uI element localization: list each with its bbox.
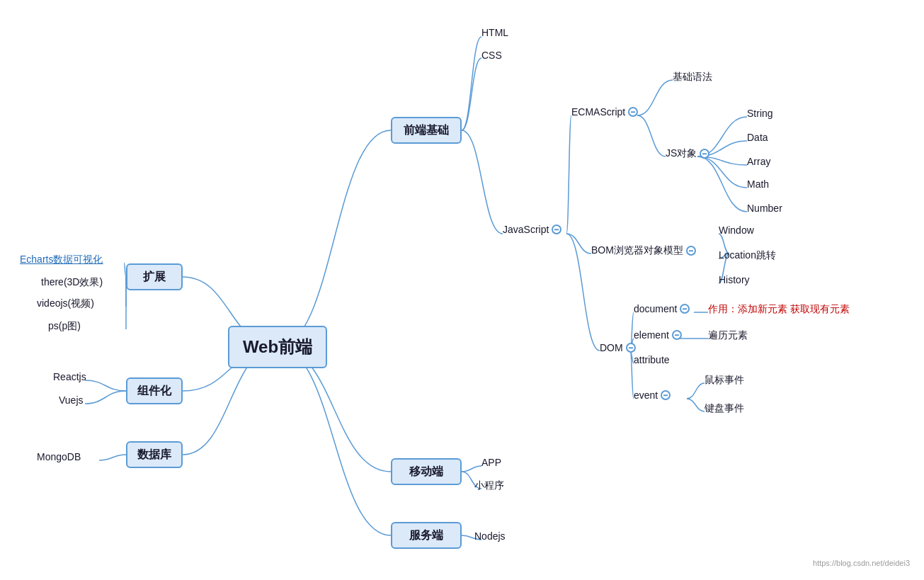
label-JSduixiang: JS对象: [666, 147, 709, 160]
branch-label: 数据库: [137, 448, 171, 462]
doc-collapse-btn[interactable]: [680, 304, 690, 314]
label-document: document: [634, 303, 690, 314]
label-attribute: attribute: [634, 354, 670, 365]
label-echarts: Echarts数据可视化: [20, 254, 103, 266]
js-collapse-btn[interactable]: [552, 224, 561, 234]
label-css: CSS: [481, 50, 502, 61]
label-BOM: BOM浏览器对象模型: [591, 244, 696, 257]
center-label: Web前端: [243, 336, 312, 358]
label-History: History: [719, 274, 750, 285]
branch-yidong: 移动端: [391, 458, 462, 485]
label-ecmascript: ECMAScript: [571, 106, 638, 118]
label-there: there(3D效果): [41, 276, 103, 289]
jsobj-collapse-btn[interactable]: [700, 149, 709, 159]
dom-collapse-btn[interactable]: [626, 343, 636, 353]
branch-label: 组件化: [137, 384, 171, 399]
label-Window: Window: [719, 224, 754, 236]
label-nodejs: Nodejs: [474, 530, 506, 542]
branch-qianduan: 前端基础: [391, 117, 462, 144]
center-node: Web前端: [228, 326, 327, 368]
label-videojs: videojs(视频): [37, 297, 94, 310]
label-String: String: [747, 108, 773, 119]
event-collapse-btn[interactable]: [661, 390, 671, 400]
branch-label: 扩展: [143, 270, 166, 285]
branch-label: 前端基础: [404, 123, 449, 138]
label-Number: Number: [747, 203, 782, 214]
label-Location: Location跳转: [719, 249, 776, 262]
label-ps: ps(p图): [48, 320, 81, 333]
label-keyEvent: 键盘事件: [705, 402, 744, 415]
branch-label: 服务端: [409, 528, 443, 543]
label-Data: Data: [747, 132, 768, 143]
label-app: APP: [481, 457, 501, 468]
label-Math: Math: [747, 178, 769, 190]
label-DOM: DOM: [600, 342, 636, 353]
label-xiaochengxu: 小程序: [474, 479, 504, 492]
branch-kuozhan: 扩展: [126, 263, 183, 290]
label-Array: Array: [747, 156, 770, 167]
label-docAction: 作用：添加新元素 获取现有元素: [708, 303, 850, 316]
label-event: event: [634, 389, 671, 401]
label-javascript: JavaScript: [503, 224, 561, 235]
footer-url: https://blog.csdn.net/deidei3: [813, 559, 910, 567]
branch-label: 移动端: [409, 465, 443, 479]
ecma-collapse-btn[interactable]: [628, 107, 638, 117]
branch-zujian: 组件化: [126, 377, 183, 404]
bom-collapse-btn[interactable]: [686, 246, 696, 256]
label-reactjs: Reactjs: [53, 371, 86, 382]
label-mongodb: MongoDB: [37, 451, 81, 462]
elem-collapse-btn[interactable]: [672, 330, 682, 340]
branch-shuju: 数据库: [126, 441, 183, 468]
label-html: HTML: [481, 27, 508, 38]
branch-fuwu: 服务端: [391, 522, 462, 549]
label-jichuYufa: 基础语法: [673, 71, 712, 84]
label-elementAction: 遍历元素: [708, 329, 748, 342]
label-mouseEvent: 鼠标事件: [705, 374, 744, 387]
label-element: element: [634, 329, 682, 341]
label-vuejs: Vuejs: [59, 394, 84, 406]
